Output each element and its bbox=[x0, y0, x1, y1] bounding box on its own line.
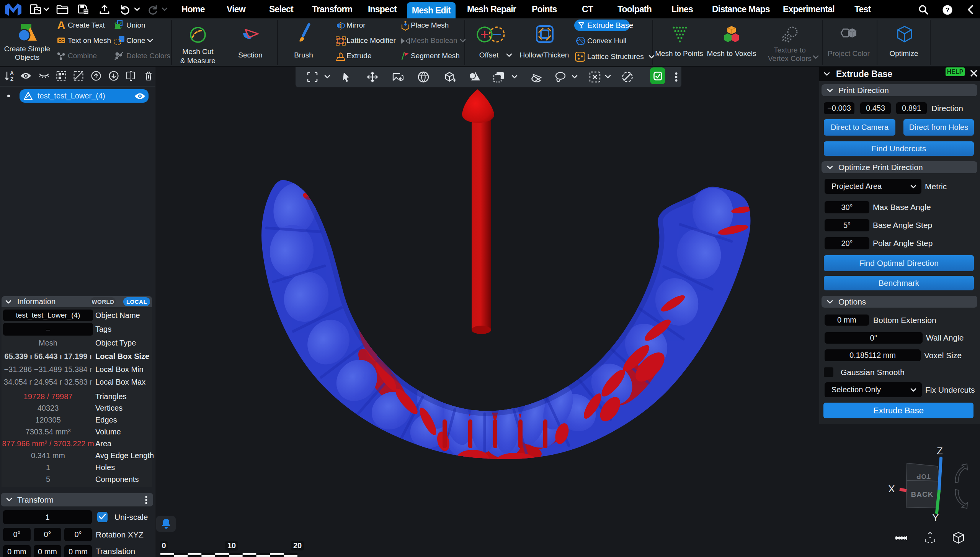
svg-text:A: A bbox=[10, 70, 14, 76]
svg-text:BACK: BACK bbox=[911, 490, 934, 498]
svg-text:Y: Y bbox=[932, 512, 939, 523]
svg-text:TOP: TOP bbox=[916, 473, 931, 480]
svg-text:CC: CC bbox=[59, 39, 64, 43]
svg-text:Z: Z bbox=[937, 445, 943, 457]
svg-text:?: ? bbox=[946, 7, 949, 14]
svg-text:X: X bbox=[888, 483, 895, 495]
svg-text:Z: Z bbox=[10, 76, 13, 82]
